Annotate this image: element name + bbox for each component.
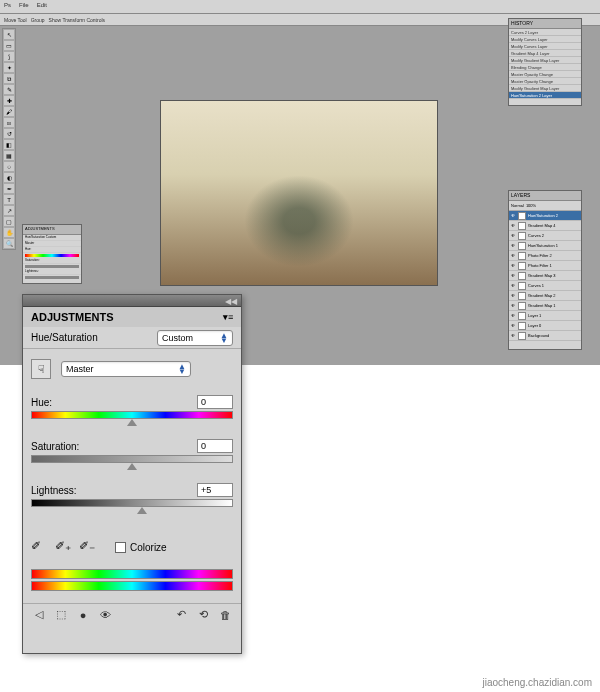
tool-eyedrop[interactable]: ✎ [3,84,15,95]
tool-crop[interactable]: ⧉ [3,73,15,84]
hue-thumb[interactable] [127,419,137,426]
menubar[interactable]: Ps File Edit [0,0,600,14]
layers-header[interactable]: LAYERS [509,191,581,201]
history-item[interactable]: Modify Gradient Map Layer [509,57,581,64]
saturation-thumb[interactable] [127,463,137,470]
layer-row[interactable]: 👁Curves 1 [509,281,581,291]
saturation-row: Saturation: [31,439,233,465]
clip-icon[interactable]: ● [75,607,91,623]
eye-icon[interactable]: 👁 [510,223,516,229]
layer-row[interactable]: 👁Photo Filter 1 [509,261,581,271]
visibility-icon[interactable]: 👁 [97,607,113,623]
tool-path[interactable]: ↗ [3,205,15,216]
canvas-image[interactable] [160,100,438,286]
eye-icon[interactable]: 👁 [510,293,516,299]
history-item[interactable]: Master Opacity Change [509,71,581,78]
tool-gradient[interactable]: ▦ [3,150,15,161]
lightness-input[interactable] [197,483,233,497]
tool-marquee[interactable]: ▭ [3,40,15,51]
history-item[interactable]: Modify Gradient Map Layer [509,85,581,92]
layer-row[interactable]: 👁Photo Filter 2 [509,251,581,261]
eye-icon[interactable]: 👁 [510,313,516,319]
eye-icon[interactable]: 👁 [510,233,516,239]
layers-list: 👁Hue/Saturation 2👁Gradient Map 4👁Curves … [509,211,581,341]
eye-icon[interactable]: 👁 [510,263,516,269]
opt-transform[interactable]: Show Transform Controls [49,17,105,23]
layer-row[interactable]: 👁Gradient Map 4 [509,221,581,231]
back-icon[interactable]: ◁ [31,607,47,623]
tool-move[interactable]: ↖ [3,29,15,40]
history-item[interactable]: Gradient Map 4 Layer [509,50,581,57]
layer-row[interactable]: 👁Gradient Map 2 [509,291,581,301]
layer-row[interactable]: 👁Layer 0 [509,321,581,331]
colorize-checkbox[interactable] [115,542,126,553]
channel-dropdown[interactable]: Master ▲▼ [61,361,191,377]
history-item[interactable]: Master Opacity Change [509,78,581,85]
lightness-thumb[interactable] [137,507,147,514]
history-item[interactable]: Curves 2 Layer [509,29,581,36]
tool-dodge[interactable]: ◐ [3,172,15,183]
eyedropper-icon[interactable]: ✐ [31,539,47,555]
eye-icon[interactable]: 👁 [510,253,516,259]
tool-type[interactable]: T [3,194,15,205]
eye-icon[interactable]: 👁 [510,243,516,249]
lightness-slider[interactable] [31,499,233,509]
opt-group[interactable]: Group [31,17,45,23]
layer-row[interactable]: 👁Hue/Saturation 2 [509,211,581,221]
tool-blur[interactable]: ○ [3,161,15,172]
mini-adj-preset[interactable]: Custom [46,235,56,239]
tool-stamp[interactable]: ⧇ [3,117,15,128]
preset-value: Custom [162,333,193,343]
tool-wand[interactable]: ✦ [3,62,15,73]
history-header[interactable]: HISTORY [509,19,581,29]
reset-icon[interactable]: ⟲ [195,607,211,623]
eye-icon[interactable]: 👁 [510,303,516,309]
tool-heal[interactable]: ✚ [3,95,15,106]
panel-menu-icon[interactable]: ▾≡ [223,312,233,322]
expand-icon[interactable]: ⬚ [53,607,69,623]
collapse-icon[interactable]: ◀◀ [225,297,237,306]
panel-titlebar[interactable]: ◀◀ [23,295,241,307]
hue-slider[interactable] [31,411,233,421]
eyedropper-sub-icon[interactable]: ✐₋ [79,539,95,555]
preset-dropdown[interactable]: Custom ▲▼ [157,330,233,346]
layer-row[interactable]: 👁Curves 2 [509,231,581,241]
prev-state-icon[interactable]: ↶ [173,607,189,623]
tool-brush[interactable]: 🖌 [3,106,15,117]
tool-lasso[interactable]: ⟆ [3,51,15,62]
saturation-input[interactable] [197,439,233,453]
eye-icon[interactable]: 👁 [510,213,516,219]
opacity-value[interactable]: 100% [526,203,536,208]
blend-mode[interactable]: Normal [511,203,524,208]
eye-icon[interactable]: 👁 [510,323,516,329]
tool-eraser[interactable]: ◧ [3,139,15,150]
mini-adj-header[interactable]: ADJUSTMENTS [23,225,81,235]
eye-icon[interactable]: 👁 [510,283,516,289]
eyedropper-add-icon[interactable]: ✐₊ [55,539,71,555]
tool-shape[interactable]: ▢ [3,216,15,227]
layer-row[interactable]: 👁Background [509,331,581,341]
mini-sat-slider[interactable] [25,265,79,268]
tool-pen[interactable]: ✒ [3,183,15,194]
layer-row[interactable]: 👁Gradient Map 1 [509,301,581,311]
layer-row[interactable]: 👁Layer 1 [509,311,581,321]
tool-hand[interactable]: ✋ [3,227,15,238]
eye-icon[interactable]: 👁 [510,333,516,339]
history-item[interactable]: Modify Curves Layer [509,36,581,43]
history-item[interactable]: Blending Change [509,64,581,71]
tool-zoom[interactable]: 🔍 [3,238,15,249]
layer-row[interactable]: 👁Hue/Saturation 1 [509,241,581,251]
saturation-slider[interactable] [31,455,233,465]
trash-icon[interactable]: 🗑 [217,607,233,623]
targeted-adjust-icon[interactable]: ☟ [31,359,51,379]
mini-hue-slider[interactable] [25,254,79,257]
tool-history[interactable]: ↺ [3,128,15,139]
mini-light-slider[interactable] [25,276,79,279]
layer-row[interactable]: 👁Gradient Map 3 [509,271,581,281]
history-item[interactable]: Modify Curves Layer [509,43,581,50]
menu-edit[interactable]: Edit [37,2,47,11]
eye-icon[interactable]: 👁 [510,273,516,279]
hue-input[interactable] [197,395,233,409]
menu-file[interactable]: File [19,2,29,11]
history-item[interactable]: Hue/Saturation 2 Layer [509,92,581,99]
